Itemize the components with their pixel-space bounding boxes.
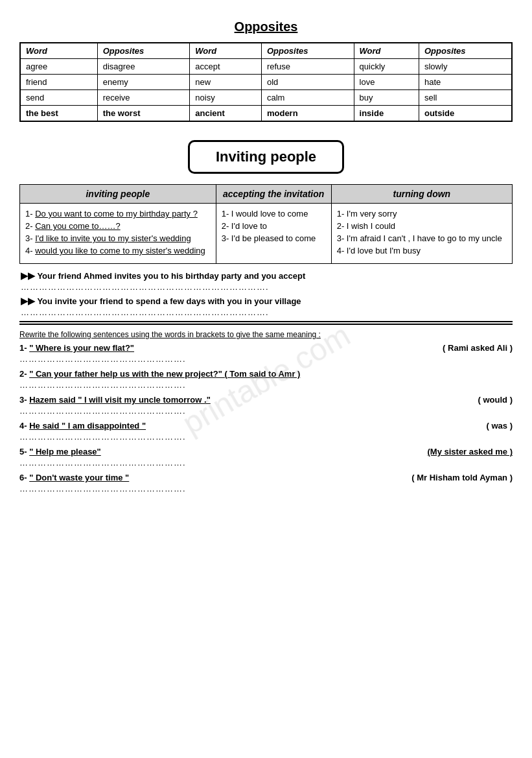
practice-line-2: ▶▶ You invite your friend to spend a few… xyxy=(21,296,511,306)
list-item: 4- I'd love but I'm busy xyxy=(337,246,507,255)
rewrite-question: 3- Hazem said " I will visit my uncle to… xyxy=(19,395,513,416)
table-row: agree xyxy=(20,59,97,75)
table-row: modern xyxy=(261,106,354,122)
inviting-col2-content: 1- I would love to come2- I'd love to3- … xyxy=(216,204,331,264)
inviting-title-wrapper: Inviting people xyxy=(19,140,513,174)
arrow-2: ▶▶ xyxy=(21,296,35,306)
rewrite-q-text: 3- Hazem said " I will visit my uncle to… xyxy=(19,395,513,405)
rewrite-dots: ………………………………………………. xyxy=(19,432,513,442)
table-row: love xyxy=(354,75,419,90)
table-row: refuse xyxy=(261,59,354,75)
rewrite-section: Rewrite the following sentences using th… xyxy=(19,330,513,493)
inviting-col1-content: 1- Do you want to come to my birthday pa… xyxy=(20,204,216,264)
rewrite-question: 4- He said " I am disappointed "( was )…… xyxy=(19,421,513,442)
table-row: accept xyxy=(190,59,262,75)
col-header-opp1: Opposites xyxy=(97,43,190,59)
list-item: 3- I'd like to invite you to my sister's… xyxy=(25,233,211,243)
rewrite-dots: ………………………………………………. xyxy=(19,380,513,390)
practice-text-1: Your friend Ahmed invites you to his bir… xyxy=(37,271,305,281)
rewrite-dots: ………………………………………………. xyxy=(19,484,513,493)
rewrite-question: 6- " Don't waste your time "( Mr Hisham … xyxy=(19,473,513,493)
list-item: 4- would you like to come to my sister's… xyxy=(25,246,211,255)
col-header-opp2: Opposites xyxy=(261,43,354,59)
col-header-word2: Word xyxy=(190,43,262,59)
table-row: quickly xyxy=(354,59,419,75)
rewrite-question: 2- " Can your father help us with the ne… xyxy=(19,369,513,390)
practice-dots-1: ………………………………………………………………………. xyxy=(21,282,511,292)
list-item: 3- I'd be pleased to come xyxy=(222,233,326,243)
table-row: the best xyxy=(20,106,97,122)
rewrite-q-text: 5- " Help me please"(My sister asked me … xyxy=(19,447,513,456)
rewrite-dots: ………………………………………………. xyxy=(19,354,513,364)
list-item: 2- I'd love to xyxy=(222,221,326,231)
inviting-col1-header: inviting people xyxy=(20,185,216,204)
rewrite-q-text: 2- " Can your father help us with the ne… xyxy=(19,369,513,379)
inviting-table: inviting people accepting the invitation… xyxy=(19,184,513,264)
table-row: enemy xyxy=(97,75,190,90)
rewrite-questions: 1- " Where is your new flat?"( Rami aske… xyxy=(19,343,513,493)
list-item: 1- I would love to come xyxy=(222,209,326,219)
table-row: disagree xyxy=(97,59,190,75)
list-item: 2- I wish I could xyxy=(337,221,507,231)
table-row: old xyxy=(261,75,354,90)
rewrite-instruction: Rewrite the following sentences using th… xyxy=(19,330,513,339)
table-row: sell xyxy=(419,90,512,106)
rewrite-q-text: 1- " Where is your new flat?"( Rami aske… xyxy=(19,343,513,353)
rewrite-q-text: 6- " Don't waste your time "( Mr Hisham … xyxy=(19,473,513,482)
table-row: inside xyxy=(354,106,419,122)
table-row: calm xyxy=(261,90,354,106)
page-title: Opposites xyxy=(19,19,513,34)
table-row: friend xyxy=(20,75,97,90)
practice-dots-2: ………………………………………………………………………. xyxy=(21,307,511,317)
section-separator xyxy=(19,321,513,322)
col-header-word1: Word xyxy=(20,43,97,59)
table-row: send xyxy=(20,90,97,106)
list-item: 2- Can you come to……? xyxy=(25,221,211,231)
table-row: the worst xyxy=(97,106,190,122)
table-row: ancient xyxy=(190,106,262,122)
table-row: receive xyxy=(97,90,190,106)
inviting-col3-header: turning down xyxy=(331,185,512,204)
rewrite-dots: ………………………………………………. xyxy=(19,406,513,416)
col-header-opp3: Opposites xyxy=(419,43,512,59)
rewrite-dots: ………………………………………………. xyxy=(19,458,513,468)
practice-section: ▶▶ Your friend Ahmed invites you to his … xyxy=(19,270,513,317)
col-header-word3: Word xyxy=(354,43,419,59)
practice-text-2: You invite your friend to spend a few da… xyxy=(37,296,301,306)
inviting-col2-header: accepting the invitation xyxy=(216,185,331,204)
rewrite-q-text: 4- He said " I am disappointed "( was ) xyxy=(19,421,513,431)
rewrite-question: 5- " Help me please"(My sister asked me … xyxy=(19,447,513,468)
table-row: new xyxy=(190,75,262,90)
arrow-1: ▶▶ xyxy=(21,270,35,281)
opposites-table: Word Opposites Word Opposites Word Oppos… xyxy=(19,42,513,122)
table-row: buy xyxy=(354,90,419,106)
rewrite-question: 1- " Where is your new flat?"( Rami aske… xyxy=(19,343,513,364)
table-row: noisy xyxy=(190,90,262,106)
section-separator-2 xyxy=(19,324,513,325)
list-item: 3- I'm afraid I can't , I have to go to … xyxy=(337,233,507,243)
inviting-col3-content: 1- I'm very sorry2- I wish I could3- I'm… xyxy=(331,204,512,264)
table-row: slowly xyxy=(419,59,512,75)
practice-line-1: ▶▶ Your friend Ahmed invites you to his … xyxy=(21,270,511,281)
inviting-title-box: Inviting people xyxy=(188,140,344,174)
list-item: 1- Do you want to come to my birthday pa… xyxy=(25,209,211,219)
table-row: hate xyxy=(419,75,512,90)
table-row: outside xyxy=(419,106,512,122)
list-item: 1- I'm very sorry xyxy=(337,209,507,219)
